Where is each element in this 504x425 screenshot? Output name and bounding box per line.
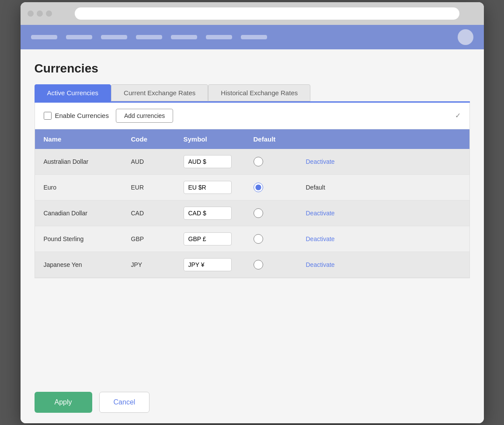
header-symbol: Symbol	[184, 135, 254, 143]
header-code: Code	[131, 135, 184, 143]
table-row: Japanese YenJPYDeactivate	[35, 252, 469, 278]
browser-chrome	[21, 2, 484, 25]
symbol-input[interactable]	[184, 232, 232, 245]
cell-code: GBP	[131, 235, 184, 242]
cell-action[interactable]: Deactivate	[306, 235, 461, 242]
browser-window: Currencies Active Currencies Current Exc…	[21, 2, 484, 423]
chevron-down-icon: ✓	[455, 111, 461, 120]
cell-action: Default	[306, 184, 461, 191]
cell-code: CAD	[131, 210, 184, 217]
cell-action[interactable]: Deactivate	[306, 261, 461, 268]
cell-name: Euro	[44, 184, 131, 191]
nav-item-2[interactable]	[66, 35, 92, 39]
table-header: Name Code Symbol Default	[35, 129, 469, 149]
cell-code: AUD	[131, 158, 184, 165]
symbol-input[interactable]	[184, 181, 232, 194]
tab-active-currencies[interactable]: Active Currencies	[35, 84, 111, 101]
footer-actions: Apply Cancel	[21, 381, 484, 423]
nav-bar	[21, 25, 484, 49]
cell-name: Pound Sterling	[44, 235, 131, 242]
tab-historical-exchange[interactable]: Historical Exchange Rates	[208, 84, 310, 101]
add-currencies-button[interactable]: Add currencies	[116, 109, 173, 123]
cell-name: Japanese Yen	[44, 261, 131, 268]
symbol-input[interactable]	[184, 155, 232, 168]
toolbar: Enable Currencies Add currencies ✓	[35, 103, 469, 129]
nav-item-7[interactable]	[241, 35, 267, 39]
default-radio[interactable]	[254, 183, 263, 192]
table-row: Pound SterlingGBPDeactivate	[35, 226, 469, 252]
tabs: Active Currencies Current Exchange Rates…	[35, 84, 470, 103]
header-name: Name	[44, 135, 131, 143]
traffic-light-maximize[interactable]	[46, 10, 52, 17]
default-radio[interactable]	[254, 157, 263, 166]
cell-code: EUR	[131, 184, 184, 191]
nav-items	[31, 35, 267, 39]
nav-item-4[interactable]	[136, 35, 162, 39]
table-row: EuroEURDefault	[35, 175, 469, 200]
table-row: Canadian DollarCADDeactivate	[35, 200, 469, 226]
tab-current-exchange[interactable]: Current Exchange Rates	[111, 84, 208, 101]
header-default: Default	[254, 135, 306, 143]
nav-item-6[interactable]	[206, 35, 232, 39]
default-radio[interactable]	[254, 260, 263, 270]
table-row: Australian DollarAUDDeactivate	[35, 149, 469, 175]
cell-name: Canadian Dollar	[44, 210, 131, 217]
symbol-input[interactable]	[184, 258, 232, 271]
enable-currencies-label: Enable Currencies	[55, 112, 109, 119]
page-title: Currencies	[35, 62, 470, 76]
traffic-lights	[28, 10, 52, 17]
traffic-light-minimize[interactable]	[37, 10, 43, 17]
nav-item-1[interactable]	[31, 35, 57, 39]
cancel-button[interactable]: Cancel	[99, 392, 150, 413]
avatar[interactable]	[458, 29, 473, 45]
cell-action[interactable]: Deactivate	[306, 158, 461, 165]
cell-code: JPY	[131, 261, 184, 268]
content-panel: Enable Currencies Add currencies ✓ Name …	[35, 103, 470, 278]
apply-button[interactable]: Apply	[35, 392, 92, 413]
cell-action[interactable]: Deactivate	[306, 210, 461, 217]
address-bar[interactable]	[75, 7, 459, 20]
header-action	[306, 135, 461, 143]
enable-currencies-checkbox[interactable]	[44, 112, 52, 120]
enable-currencies-wrapper: Enable Currencies	[44, 112, 109, 120]
traffic-light-close[interactable]	[28, 10, 34, 17]
page-content: Currencies Active Currencies Current Exc…	[21, 49, 484, 381]
symbol-input[interactable]	[184, 207, 232, 220]
default-radio[interactable]	[254, 234, 263, 244]
nav-item-3[interactable]	[101, 35, 127, 39]
table-rows-container: Australian DollarAUDDeactivateEuroEURDef…	[35, 149, 469, 278]
cell-name: Australian Dollar	[44, 158, 131, 165]
default-radio[interactable]	[254, 208, 263, 218]
nav-item-5[interactable]	[171, 35, 197, 39]
